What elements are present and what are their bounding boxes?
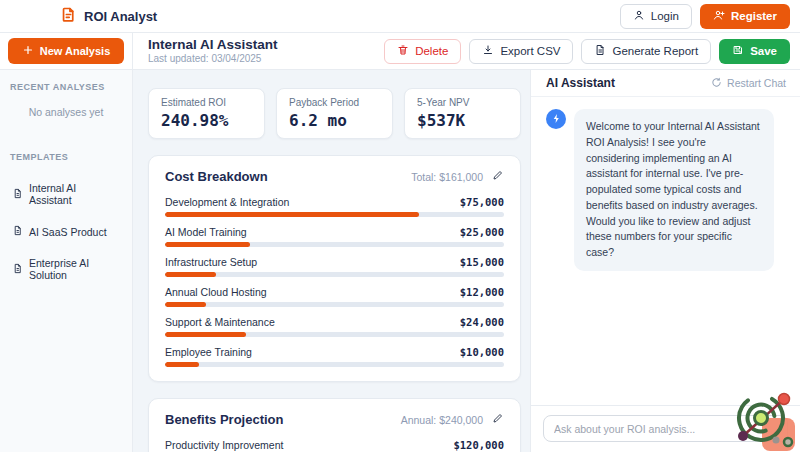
- message-bubble: Welcome to your Internal AI Assistant RO…: [574, 109, 774, 271]
- chat-header: AI Assistant Restart Chat: [531, 70, 800, 97]
- progress-fill: [165, 212, 419, 217]
- sidebar-item-ai-saas-product[interactable]: AI SaaS Product: [10, 219, 122, 244]
- download-icon: [482, 44, 494, 58]
- progress-fill: [165, 302, 206, 307]
- toolbar-left: New Analysis: [0, 33, 133, 69]
- trash-icon: [397, 44, 409, 58]
- cost-row: Infrastructure Setup$15,000: [165, 256, 504, 277]
- progress-fill: [165, 332, 246, 337]
- person-plus-icon: [713, 9, 725, 23]
- chat-input[interactable]: [543, 415, 788, 442]
- metric-5-year-npv: 5-Year NPV $537K: [404, 88, 521, 139]
- assistant-message: Welcome to your Internal AI Assistant RO…: [546, 109, 788, 271]
- generate-report-button[interactable]: Generate Report: [581, 39, 711, 64]
- edit-benefits-button[interactable]: [492, 412, 504, 427]
- main-content: Estimated ROI 240.98% Payback Period 6.2…: [133, 70, 530, 452]
- toolbar: New Analysis Internal AI Assistant Last …: [0, 33, 800, 70]
- cost-total-label: Total: $161,000: [411, 171, 483, 183]
- metric-cards: Estimated ROI 240.98% Payback Period 6.2…: [148, 88, 521, 139]
- progress-fill: [165, 242, 250, 247]
- save-icon: [732, 44, 744, 58]
- last-updated: Last updated: 03/04/2025: [148, 53, 278, 65]
- cost-row: AI Model Training$25,000: [165, 226, 504, 247]
- document-logo-icon: [60, 6, 77, 27]
- cost-row: Support & Maintenance$24,000: [165, 316, 504, 337]
- progress-track: [165, 212, 504, 217]
- edit-costs-button[interactable]: [492, 169, 504, 184]
- assistant-avatar: [546, 109, 566, 129]
- progress-track: [165, 362, 504, 367]
- sidebar-item-enterprise-ai-solution[interactable]: Enterprise AI Solution: [10, 251, 122, 287]
- person-icon: [633, 9, 645, 23]
- new-analysis-button[interactable]: New Analysis: [8, 38, 124, 64]
- refresh-icon: [711, 77, 722, 90]
- bolt-icon: [551, 110, 562, 128]
- cost-breakdown-title: Cost Breakdown: [165, 169, 268, 184]
- progress-track: [165, 302, 504, 307]
- toolbar-actions: Delete Export CSV Generate Report: [384, 39, 800, 64]
- progress-fill: [165, 272, 216, 277]
- progress-track: [165, 332, 504, 337]
- template-document-icon: [12, 225, 23, 238]
- cost-breakdown-card: Cost Breakdown Total: $161,000 Developme…: [148, 155, 521, 382]
- template-document-icon: [12, 263, 23, 276]
- chat-input-area: [531, 405, 800, 452]
- templates-heading: TEMPLATES: [10, 152, 122, 162]
- save-button[interactable]: Save: [719, 39, 790, 64]
- plus-icon: [22, 44, 34, 58]
- template-document-icon: [12, 188, 23, 201]
- benefit-row: Productivity Improvement$120,000: [165, 439, 504, 452]
- cost-row: Annual Cloud Hosting$12,000: [165, 286, 504, 307]
- ai-assistant-panel: AI Assistant Restart Chat: [530, 70, 800, 452]
- benefits-total-label: Annual: $240,000: [401, 414, 483, 426]
- brand-name: ROI Analyst: [84, 9, 157, 24]
- pencil-icon: [492, 169, 504, 184]
- report-document-icon: [594, 44, 606, 58]
- delete-button[interactable]: Delete: [384, 39, 461, 64]
- page-title: Internal AI Assistant: [148, 37, 278, 53]
- analysis-title-block: Internal AI Assistant Last updated: 03/0…: [148, 37, 278, 64]
- cost-row: Development & Integration$75,000: [165, 196, 504, 217]
- metric-payback-period: Payback Period 6.2 mo: [276, 88, 393, 139]
- export-csv-button[interactable]: Export CSV: [469, 39, 573, 64]
- sidebar-item-internal-ai-assistant[interactable]: Internal AI Assistant: [10, 176, 122, 212]
- chat-title: AI Assistant: [546, 76, 615, 90]
- app-window: ROI Analyst Login Register: [0, 0, 800, 452]
- recent-analyses-heading: RECENT ANALYSES: [10, 82, 122, 92]
- no-analyses-text: No analyses yet: [10, 106, 122, 118]
- restart-chat-button[interactable]: Restart Chat: [711, 77, 786, 90]
- benefits-projection-title: Benefits Projection: [165, 412, 283, 427]
- pencil-icon: [492, 412, 504, 427]
- benefits-projection-card: Benefits Projection Annual: $240,000 Pro…: [148, 398, 521, 452]
- top-header: ROI Analyst Login Register: [0, 0, 800, 33]
- progress-fill: [165, 362, 199, 367]
- register-button[interactable]: Register: [700, 4, 790, 29]
- top-actions: Login Register: [620, 4, 790, 29]
- chat-messages: Welcome to your Internal AI Assistant RO…: [531, 97, 800, 405]
- metric-estimated-roi: Estimated ROI 240.98%: [148, 88, 265, 139]
- brand: ROI Analyst: [60, 6, 157, 27]
- cost-row: Employee Training$10,000: [165, 346, 504, 367]
- progress-track: [165, 272, 504, 277]
- sidebar: RECENT ANALYSES No analyses yet TEMPLATE…: [0, 70, 133, 452]
- login-button[interactable]: Login: [620, 4, 692, 29]
- progress-track: [165, 242, 504, 247]
